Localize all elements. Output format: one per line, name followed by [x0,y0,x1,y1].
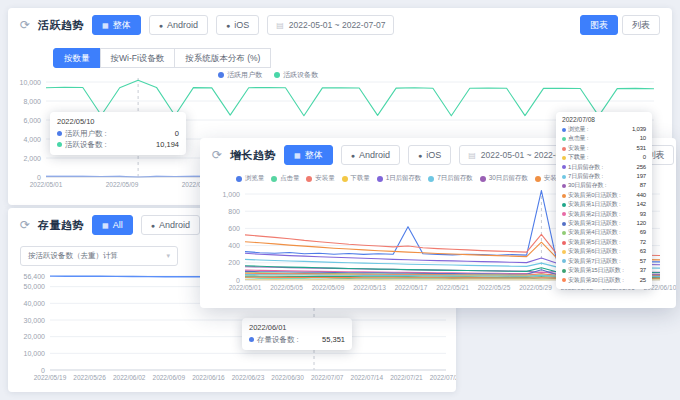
legend-item[interactable]: 点击量 [271,174,299,183]
view-chart-button[interactable]: 图表 [580,15,618,35]
calendar-icon: ▤ [276,21,284,30]
tooltip-row: 安装后第0日活跃数 :440 [562,191,646,200]
series-color-dot [562,259,566,263]
svg-text:50,000: 50,000 [24,283,46,290]
series-label: 安装后第30日活跃数 : [568,276,624,285]
refresh-icon[interactable]: ⟳ [212,149,222,161]
legend-item[interactable]: 下载量 [342,174,370,183]
tooltip-date: 2022/07/08 [562,116,646,123]
svg-text:2,000: 2,000 [23,155,41,162]
series-value: 120 [633,219,646,228]
metric-select-value: 按活跃设备数（去重）计算 [28,251,118,261]
series-value: 25 [636,276,646,285]
series-label: 安装后第6日活跃数 : [568,247,620,256]
svg-text:2022/06/02: 2022/06/02 [113,374,146,381]
filter-all-button[interactable]: ▦All [92,215,133,235]
date-range-picker[interactable]: ▤2022-05-01 ~ 2022-07-07 [267,15,394,35]
filter-android-label: Android [167,20,198,30]
tooltip-row: 1日后留存数 :256 [562,163,646,172]
tooltip-row: 安装后第2日活跃数 :93 [562,210,646,219]
legend-item[interactable]: 浏览量 [236,174,264,183]
series-value: 72 [636,238,646,247]
tooltip-row: 活跃用户数 :0 [57,128,179,139]
tab-by-wifi-devices[interactable]: 按Wi-Fi设备数 [100,48,176,68]
refresh-icon[interactable]: ⟳ [20,19,30,31]
series-label: 下载量 : [568,153,588,162]
svg-text:10,000: 10,000 [24,350,46,357]
tooltip-row: 安装量 :531 [562,144,646,153]
series-label: 7日后留存数 [437,174,473,183]
series-value: 10 [636,134,646,143]
series-label: 安装后第1日活跃数 : [568,200,620,209]
tab-by-os-distribution[interactable]: 按系统版本分布 (%) [174,48,271,68]
svg-text:40,000: 40,000 [24,300,46,307]
metric-select[interactable]: 按活跃设备数（去重）计算 ▾ [20,246,178,266]
legend-item[interactable]: 1日后留存数 [377,174,422,183]
series-color-dot [562,222,566,226]
svg-text:2022/05/19: 2022/05/19 [34,374,67,381]
tooltip-row: 安装后第7日活跃数 :57 [562,257,646,266]
svg-text:2022/07/21: 2022/07/21 [390,374,423,381]
active-chart-tooltip: 2022/05/10 活跃用户数 :0活跃设备数 :10,194 [50,112,186,155]
series-label: 浏览量 : [568,125,588,134]
series-label: 安装后第3日活跃数 : [568,219,620,228]
grid-icon: ▦ [102,222,109,229]
tab-by-count[interactable]: 按数量 [53,48,101,68]
active-panel-tabs: 按数量 按Wi-Fi设备数 按系统版本分布 (%) [54,48,271,68]
legend-item[interactable]: 安装量 [306,174,334,183]
series-label: 7日后留存数 : [568,172,603,181]
filter-android-button[interactable]: ●Android [341,145,400,165]
series-label: 安装后第5日活跃数 : [568,238,620,247]
refresh-icon[interactable]: ⟳ [20,219,30,231]
series-value: 0 [639,153,646,162]
filter-all-label: All [113,220,123,230]
view-list-button[interactable]: 列表 [622,15,660,35]
android-icon: ● [159,22,163,29]
svg-text:2022/05/26: 2022/05/26 [73,374,106,381]
series-value: 440 [633,191,646,200]
series-value: 10,194 [148,139,179,150]
series-value: 93 [636,210,646,219]
android-icon: ● [151,222,155,229]
svg-text:0: 0 [37,174,41,181]
series-label: 1日后留存数 : [568,163,603,172]
series-color-dot [562,156,566,160]
filter-all-label: 整体 [305,149,323,162]
tooltip-rows: 活跃用户数 :0活跃设备数 :10,194 [57,128,179,150]
panel-title: 活跃趋势 [38,18,84,33]
series-color-dot [562,278,566,282]
svg-text:30,000: 30,000 [24,317,46,324]
legend-item[interactable]: 30日后留存数 [480,174,528,183]
legend-item[interactable]: 7日后留存数 [428,174,473,183]
series-label: 点击量 : [568,134,588,143]
svg-text:2022/05/17: 2022/05/17 [395,284,428,291]
filter-ios-label: iOS [234,20,249,30]
grid-icon: ▦ [102,22,109,29]
svg-text:2022/05/13: 2022/05/13 [353,284,386,291]
filter-ios-button[interactable]: ●iOS [216,15,259,35]
tooltip-row: 安装后第1日活跃数 :142 [562,200,646,209]
series-label: 安装量 [315,174,334,183]
filter-ios-button[interactable]: ●iOS [408,145,451,165]
tooltip-row: 浏览量 :1,039 [562,125,646,134]
date-range-value: 2022-05-01 ~ 2022-07-07 [289,20,386,30]
series-label: 30日后留存数 [489,174,528,183]
svg-text:200: 200 [228,259,240,266]
filter-all-button[interactable]: ▦整体 [284,145,333,165]
chevron-down-icon: ▾ [158,252,170,260]
series-color-dot [562,165,566,169]
svg-text:2022/07/07: 2022/07/07 [311,374,344,381]
filter-android-label: Android [359,150,390,160]
svg-text:2022/06/09: 2022/06/09 [153,374,186,381]
series-label: 30日后留存数 : [568,181,606,190]
filter-android-button[interactable]: ●Android [149,15,208,35]
filter-ios-label: iOS [426,150,441,160]
svg-text:2022/07/14: 2022/07/14 [351,374,384,381]
svg-text:2022/07/26: 2022/07/26 [430,374,456,381]
filter-all-button[interactable]: ▦整体 [92,15,141,35]
series-value: 63 [636,247,646,256]
svg-text:2022/05/25: 2022/05/25 [478,284,511,291]
filter-android-button[interactable]: ●Android [141,215,200,235]
series-color-dot [342,176,348,182]
tooltip-row: 安装后第6日活跃数 :63 [562,247,646,256]
